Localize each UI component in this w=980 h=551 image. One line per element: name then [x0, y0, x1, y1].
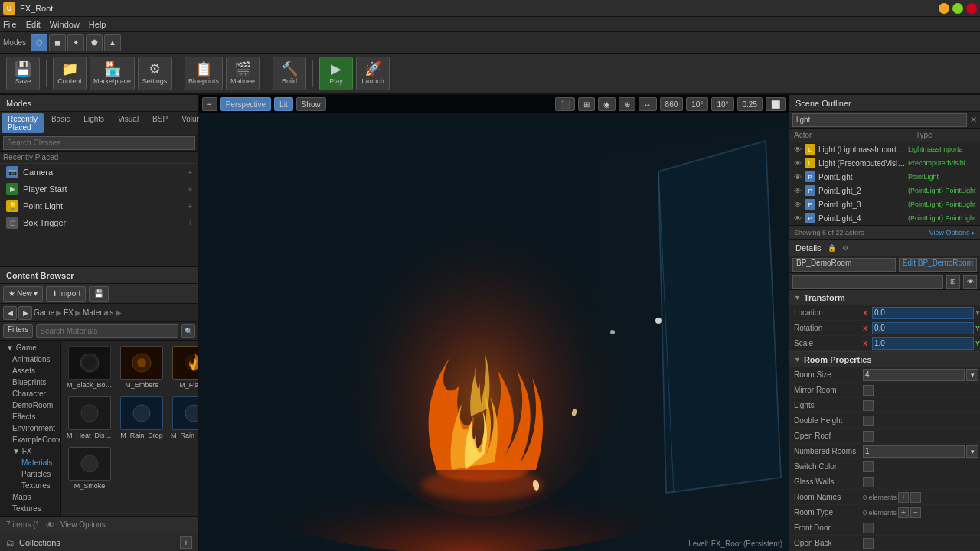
vp-controls-5[interactable]: ↔: [639, 97, 657, 111]
tab-visual[interactable]: Visual: [112, 113, 145, 133]
folder-animations[interactable]: Animations: [0, 354, 60, 365]
switch-color-checkbox[interactable]: [863, 461, 874, 472]
so-search-clear[interactable]: ✕: [970, 115, 977, 125]
numbered-rooms-input[interactable]: [863, 445, 965, 458]
place-item-boxtrigger[interactable]: ◻ Box Trigger +: [0, 214, 198, 231]
cb-search-input[interactable]: [36, 324, 178, 338]
so-item-pointlight4[interactable]: 👁 P PointLight_4 (PointLight) PointLight: [789, 211, 980, 225]
folder-textures[interactable]: Textures: [0, 503, 60, 514]
asset-m-flame[interactable]: M_Flame: [168, 344, 198, 391]
save-button[interactable]: 💾 Save: [6, 57, 40, 90]
lit-button[interactable]: Lit: [274, 97, 293, 111]
vp-maximize[interactable]: ⬜: [766, 97, 786, 111]
folder-textures-fx[interactable]: Textures: [0, 480, 60, 491]
content-button[interactable]: 📁 Content: [53, 57, 87, 90]
camera-add-icon[interactable]: +: [188, 168, 192, 177]
location-x-input[interactable]: [872, 307, 974, 319]
so-view-options[interactable]: View Options ▸: [929, 229, 975, 236]
dp-filter-button[interactable]: ⊞: [946, 275, 960, 289]
folder-materials[interactable]: Materials: [0, 457, 60, 468]
vp-speed-1[interactable]: 10°: [686, 97, 708, 111]
file-menu[interactable]: File: [3, 20, 17, 29]
visibility-icon-5[interactable]: 👁: [792, 213, 803, 223]
so-item-lightmass[interactable]: 👁 L Light (LightmassImportanceVolume) Li…: [789, 142, 980, 156]
room-type-remove[interactable]: −: [910, 507, 921, 518]
playerstart-add-icon[interactable]: +: [188, 185, 192, 194]
room-size-dropdown[interactable]: ▾: [966, 369, 978, 381]
folder-blueprints[interactable]: Blueprints: [0, 377, 60, 388]
room-names-remove[interactable]: −: [910, 492, 921, 503]
folder-game[interactable]: ▼ Game: [0, 342, 60, 354]
settings-button[interactable]: ⚙ Settings: [138, 57, 172, 90]
vp-speed-3[interactable]: 0.25: [737, 97, 763, 111]
show-button[interactable]: Show: [296, 97, 326, 111]
folder-assets[interactable]: Assets: [0, 365, 60, 377]
folder-environment[interactable]: Environment: [0, 422, 60, 434]
dp-edit-button[interactable]: Edit BP_DemoRoom: [899, 258, 977, 272]
folder-particles[interactable]: Particles: [0, 468, 60, 480]
room-size-input[interactable]: [863, 369, 965, 381]
search-button[interactable]: 🔍: [181, 324, 195, 338]
mode-button-3[interactable]: ✦: [67, 34, 84, 51]
breadcrumb-game[interactable]: Game: [34, 308, 54, 317]
viewport-canvas[interactable]: Level: FX_Root (Persistent): [199, 95, 789, 551]
save-all-button[interactable]: 💾: [89, 286, 109, 302]
mode-button-5[interactable]: ▲: [104, 34, 121, 51]
open-back-checkbox[interactable]: [863, 538, 874, 549]
build-button[interactable]: 🔨 Build: [273, 57, 306, 90]
new-button[interactable]: ★ New ▾: [3, 286, 43, 302]
place-item-pointlight[interactable]: 💡 Point Light +: [0, 197, 198, 214]
tab-bsp[interactable]: BSP: [146, 113, 174, 133]
collections-add-button[interactable]: +: [180, 536, 192, 549]
tab-lights[interactable]: Lights: [77, 113, 110, 133]
dp-search-input[interactable]: [792, 275, 943, 289]
scale-x-input[interactable]: [872, 337, 974, 350]
numbered-rooms-dropdown[interactable]: ▾: [966, 445, 978, 458]
transform-section-header[interactable]: ▼ Transform: [789, 290, 980, 305]
folder-effects[interactable]: Effects: [0, 411, 60, 422]
matinee-button[interactable]: 🎬 Matinee: [226, 57, 260, 90]
folder-character[interactable]: Character: [0, 388, 60, 399]
place-item-camera[interactable]: 📷 Camera +: [0, 164, 198, 181]
boxtrigger-add-icon[interactable]: +: [188, 219, 192, 227]
rotation-x-input[interactable]: [872, 322, 974, 334]
visibility-icon-4[interactable]: 👁: [792, 199, 803, 210]
place-search-input[interactable]: [3, 136, 195, 150]
viewport[interactable]: ≡ Perspective Lit Show ⬛ ⊞ ◉ ⊕ ↔ 860 10°…: [199, 95, 789, 551]
folder-demoroom[interactable]: DemoRoom: [0, 399, 60, 411]
visibility-icon-3[interactable]: 👁: [792, 185, 803, 196]
marketplace-button[interactable]: 🏪 Marketplace: [90, 57, 135, 90]
vp-controls-2[interactable]: ⊞: [578, 97, 595, 111]
so-item-pointlight3[interactable]: 👁 P PointLight_3 (PointLight) PointLight: [789, 197, 980, 211]
visibility-icon-1[interactable]: 👁: [792, 158, 803, 168]
close-button[interactable]: [966, 3, 977, 14]
breadcrumb-materials[interactable]: Materials: [83, 308, 114, 317]
pointlight-add-icon[interactable]: +: [188, 202, 192, 210]
asset-m-black-body[interactable]: M_Black_Body: [64, 344, 115, 391]
mode-button-1[interactable]: ⬡: [31, 34, 47, 51]
so-item-pointlight2[interactable]: 👁 P PointLight_2 (PointLight) PointLight: [789, 184, 980, 197]
room-section-header[interactable]: ▼ Room Properties: [789, 352, 980, 367]
breadcrumb-fx[interactable]: FX: [64, 308, 74, 317]
mode-button-4[interactable]: ⬟: [86, 34, 103, 51]
tab-basic[interactable]: Basic: [45, 113, 76, 133]
room-type-add[interactable]: +: [898, 507, 909, 518]
so-item-pointlight[interactable]: 👁 P PointLight PointLight: [789, 170, 980, 184]
vp-controls-1[interactable]: ⬛: [555, 97, 575, 111]
play-button[interactable]: ▶ Play: [319, 57, 353, 90]
so-search-input[interactable]: [792, 113, 967, 127]
viewport-menu-button[interactable]: ≡: [202, 97, 217, 111]
help-menu[interactable]: Help: [89, 20, 106, 29]
asset-m-smoke[interactable]: M_Smoke: [64, 445, 115, 492]
asset-m-embers[interactable]: M_Embers: [118, 344, 165, 391]
window-menu[interactable]: Window: [50, 20, 80, 29]
blueprints-button[interactable]: 📋 Blueprints: [185, 57, 223, 90]
folder-examplecontent[interactable]: ExampleContent: [0, 434, 60, 445]
asset-m-heat-distortion[interactable]: M_Heat_Distortion: [64, 394, 115, 442]
perspective-button[interactable]: Perspective: [220, 97, 271, 111]
launch-button[interactable]: 🚀 Launch: [356, 57, 390, 90]
asset-m-rain-drop[interactable]: M_Rain_Drop: [118, 394, 165, 442]
maximize-button[interactable]: [952, 3, 963, 14]
double-height-checkbox[interactable]: [863, 416, 874, 426]
mode-button-2[interactable]: ◼: [49, 34, 66, 51]
